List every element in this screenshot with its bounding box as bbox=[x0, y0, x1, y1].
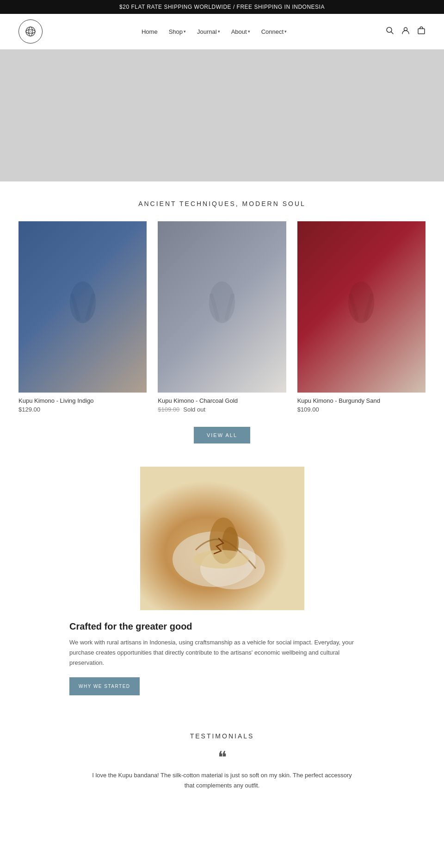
product-card-charcoal[interactable]: Kupu Kimono - Charcoal Gold $109.00 Sold… bbox=[158, 221, 286, 413]
product-name-charcoal: Kupu Kimono - Charcoal Gold bbox=[158, 397, 286, 404]
about-chevron-icon: ▾ bbox=[248, 29, 250, 34]
craft-image bbox=[140, 467, 304, 610]
nav-about[interactable]: About ▾ bbox=[227, 25, 255, 38]
product-sold-out-charcoal: Sold out bbox=[183, 406, 205, 413]
product-name-burgundy: Kupu Kimono - Burgundy Sand bbox=[297, 397, 426, 404]
product-figure-burgundy bbox=[297, 221, 426, 393]
svg-line-6 bbox=[391, 31, 394, 34]
craft-section: Crafted for the greater good We work wit… bbox=[0, 462, 444, 714]
nav-shop[interactable]: Shop ▾ bbox=[164, 25, 191, 38]
testimonials-title: TESTIMONIALS bbox=[18, 732, 426, 740]
craft-text-block: Crafted for the greater good We work wit… bbox=[69, 621, 375, 695]
site-header: Home Shop ▾ Journal ▾ About ▾ Connect ▾ bbox=[0, 14, 444, 50]
why-we-started-button[interactable]: WHY WE STARTED bbox=[69, 677, 140, 695]
view-all-button[interactable]: VIEW ALL bbox=[194, 427, 250, 443]
product-price-charcoal: $109.00 Sold out bbox=[158, 406, 286, 413]
product-price-burgundy: $109.00 bbox=[297, 406, 426, 413]
product-figure-charcoal bbox=[158, 221, 286, 393]
featured-section: ANCIENT TECHNIQUES, MODERN SOUL Kupu Kim… bbox=[0, 181, 444, 462]
announcement-bar: $20 FLAT RATE SHIPPING WORLDWIDE / FREE … bbox=[0, 0, 444, 14]
cart-icon[interactable] bbox=[417, 26, 426, 37]
testimonial-text: I love the Kupu bandana! The silk-cotton… bbox=[88, 770, 356, 791]
product-card-indigo[interactable]: Kupu Kimono - Living Indigo $129.00 bbox=[18, 221, 147, 413]
craft-image-content bbox=[140, 467, 304, 610]
product-card-burgundy[interactable]: Kupu Kimono - Burgundy Sand $109.00 bbox=[297, 221, 426, 413]
user-icon[interactable] bbox=[401, 26, 410, 37]
search-icon[interactable] bbox=[386, 26, 394, 37]
main-nav: Home Shop ▾ Journal ▾ About ▾ Connect ▾ bbox=[43, 25, 386, 38]
svg-point-23 bbox=[193, 550, 249, 568]
product-price-indigo: $129.00 bbox=[18, 406, 147, 413]
hero-banner bbox=[0, 50, 444, 181]
craft-heading: Crafted for the greater good bbox=[69, 621, 375, 632]
connect-chevron-icon: ▾ bbox=[284, 29, 287, 34]
product-original-price-charcoal: $109.00 bbox=[158, 406, 179, 413]
svg-rect-8 bbox=[418, 29, 425, 34]
product-name-indigo: Kupu Kimono - Living Indigo bbox=[18, 397, 147, 404]
nav-journal[interactable]: Journal ▾ bbox=[192, 25, 225, 38]
products-grid: Kupu Kimono - Living Indigo $129.00 Kupu… bbox=[18, 221, 426, 413]
shop-chevron-icon: ▾ bbox=[184, 29, 186, 34]
announcement-text: $20 FLAT RATE SHIPPING WORLDWIDE / FREE … bbox=[119, 4, 325, 10]
product-image-indigo bbox=[18, 221, 147, 393]
testimonials-section: TESTIMONIALS ❝ I love the Kupu bandana! … bbox=[0, 714, 444, 814]
view-all-container: VIEW ALL bbox=[18, 427, 426, 443]
product-image-burgundy bbox=[297, 221, 426, 393]
product-figure-indigo bbox=[18, 221, 147, 393]
logo[interactable] bbox=[18, 19, 43, 44]
nav-home[interactable]: Home bbox=[137, 25, 162, 38]
craft-body: We work with rural artisans in Indonesia… bbox=[69, 637, 375, 668]
quote-mark-icon: ❝ bbox=[18, 749, 426, 766]
nav-connect[interactable]: Connect ▾ bbox=[257, 25, 291, 38]
header-actions bbox=[386, 26, 426, 37]
journal-chevron-icon: ▾ bbox=[218, 29, 220, 34]
featured-title: ANCIENT TECHNIQUES, MODERN SOUL bbox=[18, 200, 426, 207]
product-image-charcoal bbox=[158, 221, 286, 393]
